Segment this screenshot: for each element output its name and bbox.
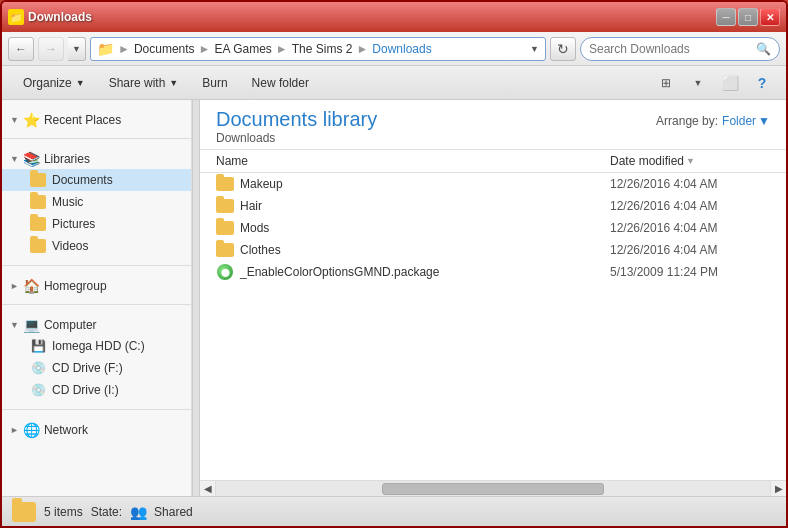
back-button[interactable]: ← xyxy=(8,37,34,61)
title-bar-left: 📁 Downloads xyxy=(8,9,92,25)
preview-pane-button[interactable]: ⬜ xyxy=(716,71,744,95)
sidebar-libraries-section: ▼ 📚 Libraries Documents Music xyxy=(2,143,191,261)
status-state-value: Shared xyxy=(154,505,193,519)
cd-i-label: CD Drive (I:) xyxy=(52,383,119,397)
expand-icon: ► xyxy=(10,425,19,435)
music-icon xyxy=(30,194,46,210)
scroll-thumb[interactable] xyxy=(382,483,604,495)
cd-i-icon: 💿 xyxy=(30,382,46,398)
organize-button[interactable]: Organize ▼ xyxy=(12,70,96,96)
recent-places-label: Recent Places xyxy=(44,113,121,127)
package-icon: ⬤ xyxy=(216,264,234,280)
table-row[interactable]: Clothes 12/26/2016 4:04 AM xyxy=(200,239,786,261)
pictures-label: Pictures xyxy=(52,217,95,231)
path-dropdown[interactable]: ▼ xyxy=(530,44,539,54)
refresh-button[interactable]: ↻ xyxy=(550,37,576,61)
help-button[interactable]: ? xyxy=(748,71,776,95)
sidebar-item-documents[interactable]: Documents xyxy=(2,169,191,191)
folder-icon xyxy=(216,220,234,236)
search-box: 🔍 xyxy=(580,37,780,61)
forward-button[interactable]: → xyxy=(38,37,64,61)
sidebar-separator-3 xyxy=(2,304,191,305)
path-downloads[interactable]: Downloads xyxy=(372,42,431,56)
file-date: 5/13/2009 11:24 PM xyxy=(610,265,770,279)
file-list: Makeup 12/26/2016 4:04 AM Hair 12/26/201… xyxy=(200,173,786,480)
sidebar-network-section: ► 🌐 Network xyxy=(2,414,191,444)
close-button[interactable]: ✕ xyxy=(760,8,780,26)
library-header: Documents library Downloads xyxy=(216,108,377,145)
horizontal-scrollbar: ◀ ▶ xyxy=(200,480,786,496)
toolbar-right: ⊞ ▼ ⬜ ? xyxy=(652,71,776,95)
status-folder-icon xyxy=(12,502,36,522)
folder-icon xyxy=(216,176,234,192)
recent-pages-button[interactable]: ▼ xyxy=(68,37,86,61)
path-ea-games[interactable]: EA Games xyxy=(214,42,271,56)
file-name: Mods xyxy=(240,221,604,235)
expand-icon: ▼ xyxy=(10,115,19,125)
table-row[interactable]: Mods 12/26/2016 4:04 AM xyxy=(200,217,786,239)
col-name-header[interactable]: Name xyxy=(216,154,610,168)
search-input[interactable] xyxy=(589,42,752,56)
col-date-header[interactable]: Date modified ▼ xyxy=(610,154,770,168)
sidebar-computer-header[interactable]: ▼ 💻 Computer xyxy=(2,313,191,335)
sidebar-item-iomega[interactable]: 💾 Iomega HDD (C:) xyxy=(2,335,191,357)
toolbar: Organize ▼ Share with ▼ Burn New folder … xyxy=(2,66,786,100)
status-count: 5 items xyxy=(44,505,83,519)
table-row[interactable]: Hair 12/26/2016 4:04 AM xyxy=(200,195,786,217)
burn-button[interactable]: Burn xyxy=(191,70,238,96)
minimize-button[interactable]: ─ xyxy=(716,8,736,26)
sidebar: ▼ ⭐ Recent Places ▼ 📚 Libraries Document… xyxy=(2,100,192,496)
window-title: Downloads xyxy=(28,10,92,24)
scroll-left-button[interactable]: ◀ xyxy=(200,481,216,497)
sidebar-separator-4 xyxy=(2,409,191,410)
people-icon: 👥 xyxy=(130,504,147,520)
file-name: Hair xyxy=(240,199,604,213)
sidebar-homegroup-header[interactable]: ► 🏠 Homegroup xyxy=(2,274,191,296)
iomega-label: Iomega HDD (C:) xyxy=(52,339,145,353)
path-the-sims-2[interactable]: The Sims 2 xyxy=(292,42,353,56)
status-state-label: State: xyxy=(91,505,122,519)
pictures-icon xyxy=(30,216,46,232)
organize-dropdown-icon: ▼ xyxy=(76,78,85,88)
file-date: 12/26/2016 4:04 AM xyxy=(610,177,770,191)
sidebar-item-pictures[interactable]: Pictures xyxy=(2,213,191,235)
scroll-right-button[interactable]: ▶ xyxy=(770,481,786,497)
file-date: 12/26/2016 4:04 AM xyxy=(610,199,770,213)
library-title: Documents library xyxy=(216,108,377,131)
folder-icon xyxy=(216,242,234,258)
sidebar-item-cd-i[interactable]: 💿 CD Drive (I:) xyxy=(2,379,191,401)
sidebar-recent-places-header[interactable]: ▼ ⭐ Recent Places xyxy=(2,108,191,130)
sidebar-item-videos[interactable]: Videos xyxy=(2,235,191,257)
title-bar-buttons: ─ □ ✕ xyxy=(716,8,780,26)
arrange-by-value[interactable]: Folder ▼ xyxy=(722,114,770,128)
sidebar-separator-2 xyxy=(2,265,191,266)
maximize-button[interactable]: □ xyxy=(738,8,758,26)
sidebar-libraries-header[interactable]: ▼ 📚 Libraries xyxy=(2,147,191,169)
documents-icon xyxy=(30,172,46,188)
address-path[interactable]: 📁 ► Documents ► EA Games ► The Sims 2 ► … xyxy=(90,37,546,61)
view-dropdown-button[interactable]: ▼ xyxy=(684,71,712,95)
expand-icon: ▼ xyxy=(10,154,19,164)
burn-label: Burn xyxy=(202,76,227,90)
videos-label: Videos xyxy=(52,239,88,253)
table-row[interactable]: Makeup 12/26/2016 4:04 AM xyxy=(200,173,786,195)
sidebar-item-cd-f[interactable]: 💿 CD Drive (F:) xyxy=(2,357,191,379)
sidebar-recent-places-section: ▼ ⭐ Recent Places xyxy=(2,104,191,134)
address-bar: ← → ▼ 📁 ► Documents ► EA Games ► The Sim… xyxy=(2,32,786,66)
main-content: ▼ ⭐ Recent Places ▼ 📚 Libraries Document… xyxy=(2,100,786,496)
sidebar-separator-1 xyxy=(2,138,191,139)
new-folder-button[interactable]: New folder xyxy=(241,70,320,96)
share-with-button[interactable]: Share with ▼ xyxy=(98,70,190,96)
sidebar-item-music[interactable]: Music xyxy=(2,191,191,213)
network-label: Network xyxy=(44,423,88,437)
documents-label: Documents xyxy=(52,173,113,187)
shared-icon: 👥 xyxy=(130,504,146,520)
view-button[interactable]: ⊞ xyxy=(652,71,680,95)
table-row[interactable]: ⬤ _EnableColorOptionsGMND.package 5/13/2… xyxy=(200,261,786,283)
videos-icon xyxy=(30,238,46,254)
path-documents[interactable]: Documents xyxy=(134,42,195,56)
sidebar-computer-section: ▼ 💻 Computer 💾 Iomega HDD (C:) 💿 CD Driv… xyxy=(2,309,191,405)
sidebar-network-header[interactable]: ► 🌐 Network xyxy=(2,418,191,440)
resize-handle[interactable] xyxy=(192,100,200,496)
new-folder-label: New folder xyxy=(252,76,309,90)
